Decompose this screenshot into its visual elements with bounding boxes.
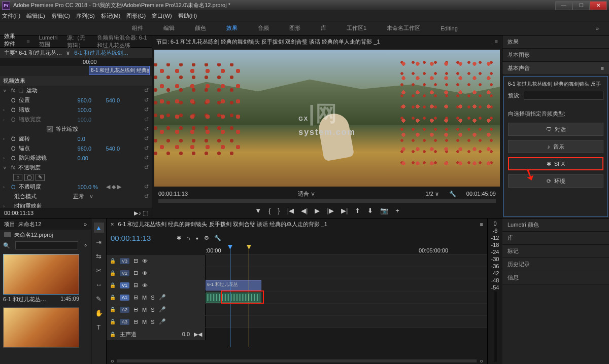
program-scrubber[interactable]: [158, 199, 496, 203]
audio-clip[interactable]: [206, 293, 261, 303]
timeline-timecode[interactable]: 00:00:11:13: [111, 234, 177, 242]
snap-icon[interactable]: ✱: [177, 235, 181, 241]
ws-assembly[interactable]: 组件: [132, 24, 143, 32]
clip-link[interactable]: 6-1 和过儿花丛练剑…: [74, 49, 128, 57]
ec-icons[interactable]: ▶♪ ⬚: [134, 210, 148, 216]
flicker-val[interactable]: 0.00: [78, 155, 103, 161]
goto-in-button[interactable]: |◀: [287, 207, 294, 214]
marker-button[interactable]: ▼: [255, 207, 261, 214]
ws-graphics[interactable]: 图形: [289, 24, 300, 32]
ambience-button[interactable]: ⟳环境: [508, 174, 603, 188]
play-button[interactable]: ▶: [315, 207, 320, 214]
thumbnail-1[interactable]: [3, 254, 79, 295]
fit-dropdown[interactable]: 适合 ∨: [298, 190, 315, 198]
lock-icon[interactable]: 🔒: [110, 258, 116, 264]
filter-icon[interactable]: ⚬: [83, 242, 88, 249]
tab-essential-sound[interactable]: 基本声音≡: [502, 62, 609, 75]
tab-lumetri-color[interactable]: Lumetri 颜色: [502, 219, 609, 232]
track-v3[interactable]: V3: [120, 258, 129, 264]
project-search[interactable]: [15, 241, 78, 249]
work-area-end[interactable]: [249, 246, 249, 347]
project-more[interactable]: »: [84, 221, 87, 227]
reset-icon[interactable]: ↺: [144, 87, 149, 94]
tab-info[interactable]: 信息: [502, 271, 609, 284]
pen-mask-button[interactable]: ✎: [36, 174, 45, 181]
minimize-button[interactable]: —: [555, 1, 572, 10]
goto-out-button[interactable]: ▶|: [341, 207, 348, 214]
ws-color[interactable]: 颜色: [195, 24, 206, 32]
tab-libraries[interactable]: 库: [502, 232, 609, 245]
mini-timeline-ruler[interactable]: :00:00: [0, 58, 152, 66]
step-back-button[interactable]: ◀|: [301, 207, 308, 214]
video-clip[interactable]: 6-1 和过儿花丛: [206, 280, 261, 290]
extract-button[interactable]: ⬇: [367, 207, 373, 214]
thumbnail-2[interactable]: [3, 307, 79, 348]
zoom-dropdown[interactable]: 1/2 ∨: [426, 191, 439, 197]
ellipse-mask-button[interactable]: ○: [13, 174, 22, 181]
wrench-tl-icon[interactable]: 🔧: [214, 235, 221, 241]
track-v1[interactable]: V1: [120, 282, 129, 288]
dialogue-button[interactable]: 🗨对话: [508, 123, 603, 136]
ec-timecode[interactable]: 00:00:11:13: [4, 210, 33, 216]
timeremap-label[interactable]: 时间重映射: [14, 202, 70, 208]
clip-bar[interactable]: 6-1 和过儿花丛练剑 经典的舞剑镜头: [89, 66, 150, 75]
track-select-tool[interactable]: ⇥: [94, 237, 104, 247]
pos-x[interactable]: 960.0: [78, 97, 103, 103]
track-a2[interactable]: A2: [120, 307, 129, 313]
more-button[interactable]: +: [395, 207, 399, 214]
track-body-v2[interactable]: [206, 267, 487, 279]
tab-audio-mixer[interactable]: 音频剪辑混合器: 6-1 和过儿花丛练: [97, 34, 148, 49]
menu-sequence[interactable]: 序列(S): [76, 12, 95, 20]
marker-tl-icon[interactable]: ⬧: [195, 235, 199, 241]
project-item[interactable]: [3, 307, 79, 348]
menu-file[interactable]: 文件(F): [2, 12, 20, 20]
opacity-section[interactable]: 不透明度: [18, 164, 74, 171]
s-button[interactable]: S: [151, 295, 154, 301]
menu-graphics[interactable]: 图形(G): [126, 12, 146, 20]
pen-tool[interactable]: ✎: [94, 294, 104, 304]
playhead[interactable]: [230, 246, 230, 347]
track-a1[interactable]: A1: [120, 295, 129, 301]
track-body-v3[interactable]: [206, 255, 487, 267]
project-item[interactable]: 6-1 和过儿花丛…1:45:09: [3, 254, 79, 304]
ws-audio[interactable]: 音频: [258, 24, 269, 32]
tab-essential-graphics[interactable]: 基本图形: [502, 49, 609, 62]
selection-tool[interactable]: ▲: [94, 223, 104, 233]
tab-history[interactable]: 历史记录: [502, 258, 609, 271]
step-fwd-button[interactable]: |▶: [327, 207, 333, 214]
timeline-ruler[interactable]: :00:00 00:05:00:00: [206, 246, 487, 255]
track-v2[interactable]: V2: [120, 270, 129, 276]
tab-source[interactable]: 源:（无剪辑）: [67, 34, 88, 49]
opacity-val[interactable]: 100.0 %: [78, 184, 103, 190]
tab-lumetri-scopes[interactable]: Lumetri 范围: [39, 34, 58, 48]
ws-lib[interactable]: 库: [321, 24, 326, 32]
track-a3[interactable]: A3: [120, 319, 129, 325]
program-tc-left[interactable]: 00:00:11:13: [158, 191, 188, 197]
ws-1[interactable]: 工作区1: [347, 24, 366, 32]
ws-effects[interactable]: 效果: [226, 24, 238, 32]
anch-x[interactable]: 960.0: [78, 145, 103, 152]
anch-y[interactable]: 540.0: [106, 145, 131, 152]
zoom-out-icon[interactable]: ○: [111, 358, 114, 364]
sequence-name[interactable]: 6-1 和过儿花丛练剑 经典的舞剑镜头 反手拨剑 双剑合璧 谈话 经典的单人走的…: [118, 221, 327, 228]
ws-editing[interactable]: 编辑: [163, 24, 175, 32]
panel-menu-icon[interactable]: ≡: [26, 39, 29, 45]
music-button[interactable]: ♪音乐: [508, 140, 603, 153]
master-val[interactable]: 0.0: [182, 331, 190, 337]
razor-tool[interactable]: ✂: [94, 265, 104, 275]
track-body-a2[interactable]: [206, 304, 487, 315]
project-tab[interactable]: 项目: 未命名12: [4, 221, 41, 228]
tab-markers[interactable]: 标记: [502, 245, 609, 258]
program-monitor[interactable]: GX|网system.com: [154, 50, 500, 187]
out-button[interactable]: }: [278, 207, 280, 214]
track-toggle[interactable]: ⊟: [133, 258, 138, 264]
mini-playhead[interactable]: [89, 58, 89, 66]
type-tool[interactable]: T: [94, 322, 104, 332]
eye-icon[interactable]: 👁: [142, 258, 148, 264]
pos-y[interactable]: 540.0: [106, 97, 131, 103]
zoom-in-icon[interactable]: ○: [480, 358, 483, 364]
menu-clip[interactable]: 剪辑(C): [51, 12, 70, 20]
ws-editing-en[interactable]: Editing: [441, 25, 458, 31]
tab-effects-right[interactable]: 效果: [502, 35, 609, 49]
rot-val[interactable]: 0.0: [78, 136, 103, 142]
